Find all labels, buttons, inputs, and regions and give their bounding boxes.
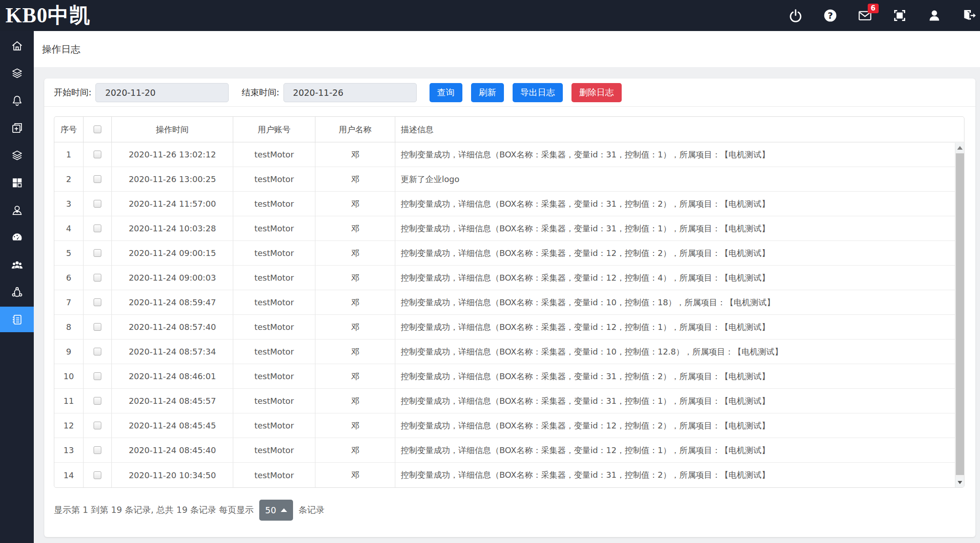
row-checkbox-cell — [84, 438, 112, 462]
sidebar-item-home[interactable] — [0, 33, 34, 58]
row-seq: 6 — [54, 266, 84, 290]
filter-row: 开始时间: 结束时间: 查询 刷新 导出日志 删除日志 — [44, 78, 975, 107]
table-row: 8 2020-11-24 08:57:40 testMotor 邓 控制变量成功… — [54, 315, 964, 339]
delete-log-button[interactable]: 删除日志 — [571, 83, 622, 102]
bell-icon — [11, 94, 23, 107]
pagination-summary: 显示第 1 到第 19 条记录, 总共 19 条记录 每页显示 — [54, 504, 254, 516]
sidebar-item-user[interactable] — [0, 197, 34, 223]
help-icon[interactable]: ? — [823, 8, 838, 23]
topbar: KB0中凯 ? 6 — [0, 0, 980, 31]
page-size-select[interactable]: 50 — [259, 500, 293, 521]
title-strip: 操作日志 — [34, 31, 980, 67]
row-name: 邓 — [315, 463, 395, 487]
table-scrollbar[interactable] — [955, 143, 964, 487]
row-name: 邓 — [315, 216, 395, 240]
table-row: 10 2020-11-24 08:46:01 testMotor 邓 控制变量成… — [54, 364, 964, 389]
table-body: 1 2020-11-26 13:02:12 testMotor 邓 控制变量成功… — [54, 142, 964, 487]
user-icon — [11, 204, 23, 216]
row-checkbox[interactable] — [94, 298, 101, 306]
row-checkbox[interactable] — [94, 397, 101, 405]
start-time-input[interactable] — [95, 83, 229, 102]
sidebar-item-network[interactable] — [0, 279, 34, 305]
row-time: 2020-11-24 10:03:28 — [112, 216, 233, 240]
row-checkbox[interactable] — [94, 471, 101, 479]
row-name: 邓 — [315, 192, 395, 216]
power-icon[interactable] — [788, 8, 803, 23]
sidebar-item-group[interactable] — [0, 252, 34, 277]
sidebar-item-dashboard[interactable] — [0, 225, 34, 250]
row-time: 2020-11-20 10:34:50 — [112, 463, 233, 487]
table-row: 9 2020-11-24 08:57:34 testMotor 邓 控制变量成功… — [54, 339, 964, 364]
refresh-button[interactable]: 刷新 — [471, 83, 504, 102]
end-time-input[interactable] — [283, 83, 417, 102]
row-time: 2020-11-24 09:00:03 — [112, 266, 233, 290]
row-time: 2020-11-24 09:00:15 — [112, 241, 233, 265]
sidebar-item-alarm[interactable] — [0, 88, 34, 113]
row-desc: 控制变量成功，详细信息（BOX名称：采集器，变量id：10，控制值：12.8），… — [395, 339, 964, 364]
network-icon — [11, 286, 23, 298]
layers-icon — [11, 67, 23, 79]
row-checkbox-cell — [84, 266, 112, 290]
row-checkbox[interactable] — [94, 200, 101, 208]
row-seq: 9 — [54, 339, 84, 364]
sidebar — [0, 31, 34, 543]
export-log-button[interactable]: 导出日志 — [513, 83, 563, 102]
logout-icon[interactable] — [962, 8, 976, 23]
row-checkbox[interactable] — [94, 151, 101, 158]
sidebar-item-device[interactable] — [0, 142, 34, 168]
row-checkbox[interactable] — [94, 175, 101, 183]
row-time: 2020-11-24 08:45:45 — [112, 413, 233, 438]
row-checkbox[interactable] — [94, 323, 101, 331]
sidebar-item-operation-log[interactable] — [0, 307, 34, 332]
row-checkbox[interactable] — [94, 249, 101, 257]
row-seq: 12 — [54, 413, 84, 438]
row-time: 2020-11-26 13:00:25 — [112, 167, 233, 191]
header-name: 用户名称 — [315, 117, 395, 142]
user-icon[interactable] — [927, 8, 942, 23]
pagination: 显示第 1 到第 19 条记录, 总共 19 条记录 每页显示 50 条记录 — [54, 500, 964, 521]
row-account: testMotor — [233, 216, 315, 240]
brand-logo: KB0中凯 — [0, 2, 90, 29]
scrollbar-thumb[interactable] — [956, 153, 964, 475]
row-checkbox[interactable] — [94, 274, 101, 282]
row-account: testMotor — [233, 463, 315, 487]
row-time: 2020-11-24 08:45:40 — [112, 438, 233, 462]
row-time: 2020-11-26 13:02:12 — [112, 142, 233, 167]
page-size-value: 50 — [265, 505, 276, 515]
row-seq: 10 — [54, 364, 84, 388]
row-seq: 14 — [54, 463, 84, 487]
page-title: 操作日志 — [34, 43, 80, 56]
query-button[interactable]: 查询 — [430, 83, 462, 102]
row-checkbox-cell — [84, 142, 112, 167]
row-desc: 控制变量成功，详细信息（BOX名称：采集器，变量id：31，控制值：1），所属项… — [395, 389, 964, 413]
row-checkbox[interactable] — [94, 348, 101, 355]
row-checkbox-cell — [84, 364, 112, 388]
sidebar-item-apps[interactable] — [0, 170, 34, 195]
table-row: 12 2020-11-24 08:45:45 testMotor 邓 控制变量成… — [54, 413, 964, 438]
mail-badge: 6 — [868, 4, 879, 13]
scroll-down-icon[interactable] — [955, 477, 964, 487]
scroll-up-icon[interactable] — [955, 143, 964, 153]
sidebar-item-add-project[interactable] — [0, 115, 34, 141]
table-row: 2 2020-11-26 13:00:25 testMotor 邓 更新了企业l… — [54, 167, 964, 192]
row-name: 邓 — [315, 167, 395, 191]
row-checkbox[interactable] — [94, 225, 101, 232]
row-checkbox-cell — [84, 241, 112, 265]
row-checkbox[interactable] — [94, 422, 101, 429]
row-desc: 控制变量成功，详细信息（BOX名称：采集器，变量id：12，控制值：1），所属项… — [395, 315, 964, 339]
add-box-icon — [11, 122, 23, 134]
row-checkbox[interactable] — [94, 372, 101, 380]
row-seq: 1 — [54, 142, 84, 167]
row-desc: 控制变量成功，详细信息（BOX名称：采集器，变量id：31，控制值：2），所属项… — [395, 364, 964, 388]
row-seq: 11 — [54, 389, 84, 413]
fullscreen-icon[interactable] — [892, 8, 907, 23]
sidebar-item-monitor[interactable] — [0, 60, 34, 86]
select-all-checkbox[interactable] — [94, 125, 101, 133]
mail-icon[interactable]: 6 — [858, 8, 872, 23]
row-checkbox-cell — [84, 413, 112, 438]
row-checkbox[interactable] — [94, 446, 101, 454]
topbar-icons: ? 6 — [788, 0, 976, 31]
log-card: 开始时间: 结束时间: 查询 刷新 导出日志 删除日志 序号 操作时间 — [44, 78, 975, 537]
row-checkbox-cell — [84, 290, 112, 314]
row-account: testMotor — [233, 389, 315, 413]
